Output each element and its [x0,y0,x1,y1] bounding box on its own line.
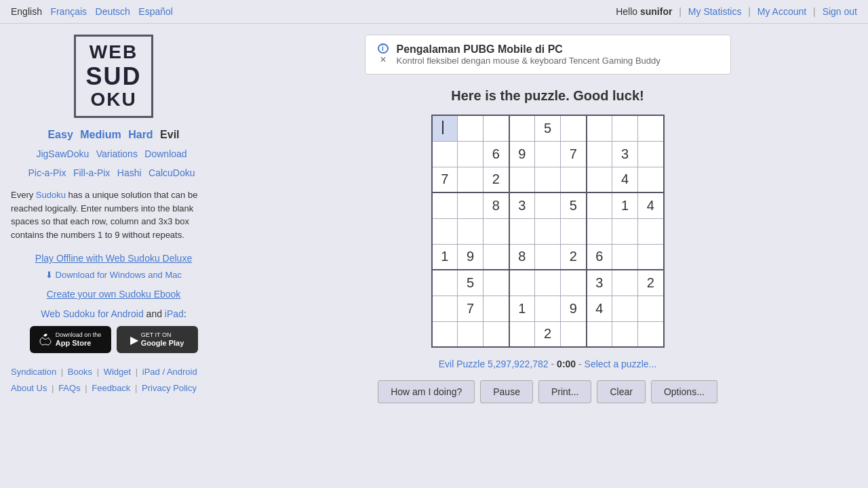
sudoku-cell[interactable] [638,244,664,270]
sudoku-cell[interactable] [535,244,561,270]
sudoku-cell[interactable] [587,115,612,141]
sudoku-cell[interactable]: 2 [535,321,561,347]
appstore-badge[interactable]: Download on theApp Store [30,326,111,353]
sudoku-cell[interactable]: 5 [458,270,484,296]
ad-close-button[interactable]: ✕ [378,55,388,64]
sudoku-cell[interactable] [509,270,535,296]
sudoku-cell[interactable]: 4 [612,167,638,192]
print-button[interactable]: Print... [538,380,591,403]
sudoku-cell[interactable] [587,167,612,192]
sudoku-cell[interactable] [458,218,484,244]
ebook-create-link[interactable]: Create your own Sudoku Ebook [47,289,181,300]
sudoku-cell[interactable] [484,218,509,244]
sudoku-cell[interactable] [432,296,458,321]
sudoku-cell[interactable]: 2 [484,167,509,192]
download-link[interactable]: Download [144,148,186,159]
sudoku-cell[interactable] [484,296,509,321]
sudoku-cell[interactable] [638,218,664,244]
sudoku-cell[interactable] [638,296,664,321]
sudoku-cell[interactable] [458,115,484,141]
sudoku-cell[interactable] [458,192,484,218]
sudoku-cell[interactable]: 1 [509,296,535,321]
sudoku-cell[interactable] [561,167,587,192]
pic-a-pix-link[interactable]: Pic-a-Pix [28,167,66,178]
sudoku-cell[interactable] [432,192,458,218]
sudoku-cell[interactable] [509,115,535,141]
sudoku-cell[interactable]: 3 [509,192,535,218]
googleplay-badge[interactable]: ▶ GET IT ONGoogle Play [117,326,198,353]
sudoku-cell[interactable] [587,141,612,167]
sudoku-cell[interactable] [432,270,458,296]
difficulty-medium[interactable]: Medium [80,129,121,140]
sudoku-cell[interactable]: 4 [638,192,664,218]
jigsaw-link[interactable]: JigSawDoku [36,148,89,159]
sudoku-cell[interactable] [432,115,458,141]
sudoku-cell[interactable] [587,321,612,347]
sudoku-cell[interactable] [638,141,664,167]
variations-link[interactable]: Variations [96,148,138,159]
sudoku-cell[interactable]: 9 [509,141,535,167]
sudoku-cell[interactable]: 4 [587,296,612,321]
syndication-link[interactable]: Syndication [11,367,56,377]
widget-link[interactable]: Widget [104,367,131,377]
about-us-link[interactable]: About Us [11,383,47,393]
sudoku-cell[interactable] [535,270,561,296]
sudoku-cell[interactable] [638,167,664,192]
sudoku-cell[interactable]: 2 [638,270,664,296]
sudoku-cell[interactable]: 1 [612,192,638,218]
sudoku-cell[interactable]: 9 [561,296,587,321]
sudoku-cell[interactable]: 5 [561,192,587,218]
sudoku-cell[interactable] [535,167,561,192]
sudoku-cell[interactable] [612,115,638,141]
sudoku-cell[interactable] [432,141,458,167]
sudoku-cell[interactable] [432,218,458,244]
sudoku-cell[interactable] [638,115,664,141]
how-am-i-doing-button[interactable]: How am I doing? [378,380,475,403]
sudoku-cell[interactable] [561,270,587,296]
sudoku-cell[interactable] [484,244,509,270]
sudoku-cell[interactable] [587,218,612,244]
ipad-link[interactable]: iPad [165,308,184,319]
sudoku-cell[interactable] [561,321,587,347]
sudoku-cell[interactable] [484,270,509,296]
sudoku-cell[interactable] [484,115,509,141]
sudoku-cell[interactable]: 2 [561,244,587,270]
difficulty-hard[interactable]: Hard [128,129,153,140]
lang-german[interactable]: Deutsch [96,6,130,17]
sudoku-cell[interactable] [509,167,535,192]
sudoku-cell[interactable] [509,321,535,347]
sudoku-cell[interactable] [484,321,509,347]
sudoku-cell[interactable] [458,141,484,167]
sudoku-link[interactable]: Sudoku [36,190,66,200]
sudoku-cell[interactable] [612,296,638,321]
sudoku-cell[interactable] [458,321,484,347]
sudoku-cell[interactable]: 7 [432,167,458,192]
privacy-policy-link[interactable]: Privacy Policy [142,383,197,393]
sudoku-cell[interactable]: 5 [535,115,561,141]
sudoku-cell[interactable] [587,192,612,218]
clear-button[interactable]: Clear [597,380,645,403]
options-button[interactable]: Options... [651,380,717,403]
difficulty-easy[interactable]: Easy [47,129,73,140]
lang-spanish[interactable]: Español [138,6,173,17]
sudoku-cell[interactable] [535,296,561,321]
sudoku-cell[interactable]: 8 [484,192,509,218]
sign-out-link[interactable]: Sign out [823,6,857,17]
sudoku-cell[interactable] [612,270,638,296]
sudoku-cell[interactable] [458,167,484,192]
fill-a-pix-link[interactable]: Fill-a-Pix [73,167,110,178]
offline-play-link[interactable]: Play Offline with Web Sudoku Deluxe [35,253,192,264]
sudoku-cell[interactable]: 1 [432,244,458,270]
ipad-android-link[interactable]: iPad / Android [142,367,197,377]
calcudoku-link[interactable]: CalcuDoku [149,167,195,178]
faqs-link[interactable]: FAQs [58,383,81,393]
sudoku-cell[interactable]: 9 [458,244,484,270]
sudoku-cell[interactable] [638,321,664,347]
my-account-link[interactable]: My Account [757,6,806,17]
sudoku-cell[interactable] [612,321,638,347]
sudoku-cell[interactable] [561,115,587,141]
sudoku-cell[interactable] [535,218,561,244]
sudoku-cell[interactable] [612,244,638,270]
sudoku-cell[interactable] [535,192,561,218]
hashi-link[interactable]: Hashi [117,167,142,178]
